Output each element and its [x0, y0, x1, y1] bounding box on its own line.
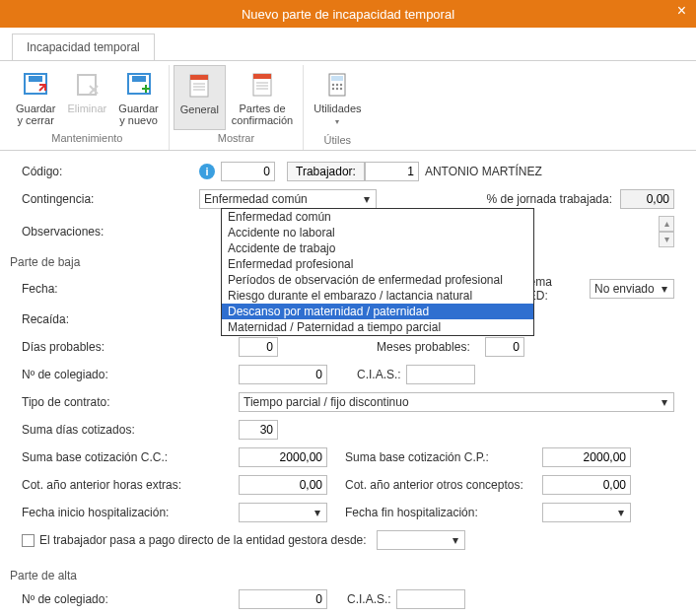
close-icon[interactable]: × [677, 2, 686, 20]
cot-otros-label: Cot. año anterior otros conceptos: [345, 478, 542, 492]
codigo-input[interactable] [221, 162, 275, 181]
suma-dias-input[interactable] [239, 420, 278, 440]
svg-rect-16 [331, 76, 343, 81]
cot-extras-label: Cot. año anterior horas extras: [22, 478, 239, 492]
delete-label: Eliminar [67, 103, 106, 114]
contingencia-option[interactable]: Períodos de observación de enfermedad pr… [222, 272, 533, 288]
ribbon-tabstrip: Incapacidad temporal [0, 28, 696, 61]
group-show-title: Mostrar [174, 130, 300, 148]
ribbon: Guardar y cerrar Eliminar Guardar y nuev… [0, 61, 696, 151]
cot-extras-input[interactable] [239, 475, 327, 495]
svg-point-21 [336, 88, 338, 90]
calculator-icon [321, 69, 353, 101]
trabajador-button[interactable]: Trabajador: [287, 162, 365, 181]
baja-cias-label: C.I.A.S.: [357, 368, 406, 381]
delete-button: Eliminar [61, 65, 112, 130]
section-alta-title: Parte de alta [10, 569, 674, 582]
alta-colegiado-input[interactable] [239, 589, 327, 609]
trabajador-name: ANTONIO MARTÍNEZ [425, 165, 542, 178]
save-new-label: Guardar y nuevo [118, 103, 158, 126]
form-icon [246, 69, 278, 101]
jornada-input[interactable] [620, 189, 674, 209]
chevron-down-icon: ▾ [311, 506, 324, 519]
contingencia-option[interactable]: Accidente no laboral [222, 225, 533, 240]
svg-point-18 [336, 84, 338, 86]
save-close-label: Guardar y cerrar [16, 103, 55, 126]
chevron-down-icon: ▾ [614, 506, 628, 519]
contingencia-option[interactable]: Riesgo durante el embarazo / lactancia n… [222, 288, 533, 304]
contingencia-option[interactable]: Descanso por maternidad / paternidad [222, 304, 533, 319]
contingencia-value: Enfermedad común [204, 192, 308, 206]
baja-colegiado-input[interactable] [239, 365, 327, 384]
tipo-contrato-label: Tipo de contrato: [22, 395, 239, 409]
baja-fecha-label: Fecha: [22, 282, 179, 296]
contingencia-option[interactable]: Enfermedad común [222, 209, 533, 225]
dias-probables-label: Días probables: [22, 340, 179, 354]
fin-hosp-date[interactable]: ▾ [542, 503, 631, 522]
window-title: Nuevo parte de incapacidad temporal [242, 7, 454, 22]
tab-incapacidad-temporal[interactable]: Incapacidad temporal [12, 34, 155, 60]
contingencia-select[interactable]: Enfermedad común ▾ [199, 189, 377, 209]
group-utils-title: Útiles [308, 132, 367, 150]
save-close-button[interactable]: Guardar y cerrar [10, 65, 61, 130]
dias-probables-input[interactable] [239, 337, 278, 357]
contingencia-option[interactable]: Accidente de trabajo [222, 240, 533, 256]
delete-icon [71, 69, 103, 101]
suma-cp-label: Suma base cotización C.P.: [345, 450, 542, 464]
inicio-hosp-date[interactable]: ▾ [239, 503, 327, 522]
confirmation-parts-button[interactable]: Partes de confirmación [226, 65, 299, 130]
trabajador-code-input[interactable] [365, 162, 419, 181]
general-button[interactable]: General [174, 65, 226, 130]
chevron-down-icon: ▾ [656, 395, 671, 409]
alta-cias-label: C.I.A.S.: [347, 592, 396, 606]
cot-otros-input[interactable] [542, 475, 631, 495]
save-close-icon [20, 69, 51, 101]
observaciones-scrollbar[interactable]: ▴▾ [659, 216, 674, 247]
alta-cias-input[interactable] [396, 589, 465, 609]
fin-hosp-label: Fecha fin hospitalización: [345, 506, 542, 519]
svg-rect-11 [253, 74, 271, 79]
chevron-down-icon: ▾ [449, 533, 462, 547]
codigo-label: Código: [22, 165, 62, 178]
form-icon [183, 70, 215, 102]
group-maintenance-title: Mantenimiento [10, 130, 165, 148]
meses-probables-input[interactable] [485, 337, 524, 357]
recaida-label: Recaída: [22, 312, 179, 326]
svg-rect-4 [132, 76, 146, 82]
meses-probables-label: Meses probables: [377, 340, 485, 354]
suma-cc-label: Suma base cotización C.C.: [22, 450, 239, 464]
svg-rect-6 [190, 75, 208, 80]
contingencia-label: Contingencia: [22, 192, 199, 206]
window-titlebar: Nuevo parte de incapacidad temporal × [0, 0, 696, 28]
baja-sistema-red-select[interactable]: No enviado ▾ [590, 279, 674, 299]
svg-point-22 [340, 88, 342, 90]
baja-colegiado-label: Nº de colegiado: [22, 368, 179, 381]
pago-directo-checkbox[interactable] [22, 534, 35, 547]
general-label: General [180, 103, 219, 115]
svg-point-17 [332, 84, 334, 86]
svg-point-20 [332, 88, 334, 90]
jornada-label: % de jornada trabajada: [487, 192, 612, 206]
utilities-label: Utilidades▾ [313, 103, 361, 128]
svg-rect-1 [29, 76, 42, 82]
info-icon[interactable]: i [199, 164, 215, 179]
utilities-button[interactable]: Utilidades▾ [308, 65, 367, 132]
contingencia-dropdown[interactable]: Enfermedad comúnAccidente no laboralAcci… [221, 208, 534, 336]
baja-cias-input[interactable] [406, 365, 475, 384]
confirmation-parts-label: Partes de confirmación [232, 103, 293, 126]
save-new-button[interactable]: Guardar y nuevo [112, 65, 164, 130]
chevron-down-icon: ▾ [358, 192, 374, 206]
chevron-down-icon: ▾ [656, 282, 671, 296]
pago-directo-date[interactable]: ▾ [377, 530, 465, 550]
contingencia-option[interactable]: Maternidad / Paternidad a tiempo parcial [222, 319, 533, 335]
suma-cc-input[interactable] [239, 447, 327, 467]
inicio-hosp-label: Fecha inicio hospitalización: [22, 506, 239, 519]
suma-dias-label: Suma días cotizados: [22, 423, 239, 437]
svg-point-19 [340, 84, 342, 86]
contingencia-option[interactable]: Enfermedad profesional [222, 256, 533, 272]
alta-colegiado-label: Nº de colegiado: [22, 592, 179, 606]
suma-cp-input[interactable] [542, 447, 631, 467]
tipo-contrato-select[interactable]: Tiempo parcial / fijo discontinuo ▾ [239, 392, 674, 412]
observaciones-label: Observaciones: [22, 225, 199, 239]
save-new-icon [123, 69, 155, 101]
